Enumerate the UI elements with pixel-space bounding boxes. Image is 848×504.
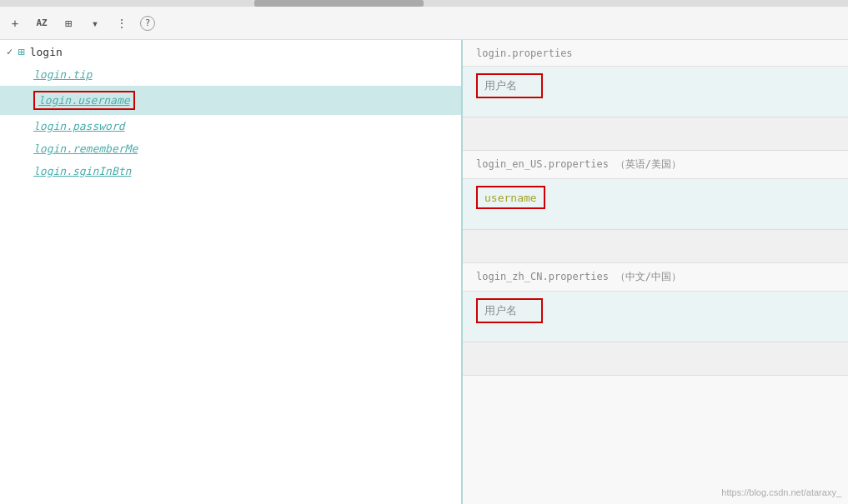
tree-item-rememberme[interactable]: login.rememberMe (0, 137, 461, 160)
watermark: https://blog.csdn.net/ataraxy_ (721, 487, 841, 497)
tree-item-label-username: login.username (38, 94, 130, 107)
prop-section-title-en-us: login_en_US.properties (476, 158, 609, 170)
prop-value-box-zh-cn[interactable]: 用户名 (476, 298, 543, 323)
sort-az-icon[interactable]: AZ (33, 15, 50, 32)
tree-item-username[interactable]: login.username (0, 86, 461, 115)
properties-icon: ⊞ (18, 45, 24, 58)
prop-section-title-default: login.properties (476, 47, 573, 59)
tree-root-login[interactable]: ✓ ⊞ login (0, 40, 461, 63)
prop-value-cell-default: 用户名 (463, 67, 848, 117)
scrollbar-thumb[interactable] (254, 0, 424, 7)
prop-value-row-default: 用户名 (463, 67, 848, 117)
prop-value-text-default: 用户名 (484, 78, 517, 93)
tree-item-label-sginInBtn: login.sginInBtn (33, 165, 131, 177)
prop-empty-row-zh-cn (463, 342, 848, 376)
prop-section-default: login.properties 用户名 (463, 40, 848, 151)
prop-value-row-en-us: username (463, 179, 848, 230)
tree-panel: ✓ ⊞ login login.tip login.username login… (0, 40, 463, 504)
tree-item-password[interactable]: login.password (0, 115, 461, 137)
prop-section-zh-cn: login_zh_CN.properties （中文/中国） 用户名 (463, 263, 848, 376)
prop-value-cell-en-us: username (463, 179, 848, 229)
group-icon[interactable]: ⊞ (60, 15, 77, 32)
more-options-icon[interactable]: ⋮ (113, 15, 130, 32)
prop-value-text-zh-cn: 用户名 (484, 303, 517, 318)
main-container: ✓ ⊞ login login.tip login.username login… (0, 40, 848, 504)
prop-section-en-us: login_en_US.properties （英语/美国） username (463, 151, 848, 263)
prop-section-header-zh-cn: login_zh_CN.properties （中文/中国） (463, 263, 848, 292)
right-panel: login.properties 用户名 login_en_US.propert… (463, 40, 848, 504)
tree-item-label-rememberme: login.rememberMe (33, 142, 138, 155)
prop-section-header-en-us: login_en_US.properties （英语/美国） (463, 151, 848, 179)
prop-section-title-zh-cn: login_zh_CN.properties (476, 271, 609, 282)
help-icon[interactable]: ? (140, 16, 155, 31)
prop-empty-row-en-us (463, 230, 848, 263)
selected-item-box: login.username (33, 91, 135, 110)
prop-value-box-default[interactable]: 用户名 (476, 73, 543, 98)
prop-value-box-en-us[interactable]: username (476, 186, 545, 209)
prop-section-suffix-en-us: （英语/美国） (615, 158, 681, 170)
tree-root-label: login (30, 46, 63, 58)
tree-item-label-tip: login.tip (33, 68, 92, 81)
prop-value-cell-zh-cn: 用户名 (463, 292, 848, 342)
check-icon: ✓ (7, 46, 13, 57)
prop-value-text-en-us: username (484, 192, 537, 204)
tree-item-tip[interactable]: login.tip (0, 63, 461, 86)
prop-section-suffix-zh-cn: （中文/中国） (615, 271, 681, 282)
tree-item-label-password: login.password (33, 120, 125, 132)
prop-empty-row-default (463, 117, 848, 151)
tree-item-sginInBtn[interactable]: login.sginInBtn (0, 160, 461, 182)
prop-value-row-zh-cn: 用户名 (463, 292, 848, 342)
dropdown-icon[interactable]: ▾ (87, 15, 103, 32)
prop-section-header-default: login.properties (463, 40, 848, 67)
toolbar: + AZ ⊞ ▾ ⋮ ? (0, 7, 848, 40)
add-icon[interactable]: + (7, 15, 23, 32)
horizontal-scrollbar[interactable] (0, 0, 848, 7)
